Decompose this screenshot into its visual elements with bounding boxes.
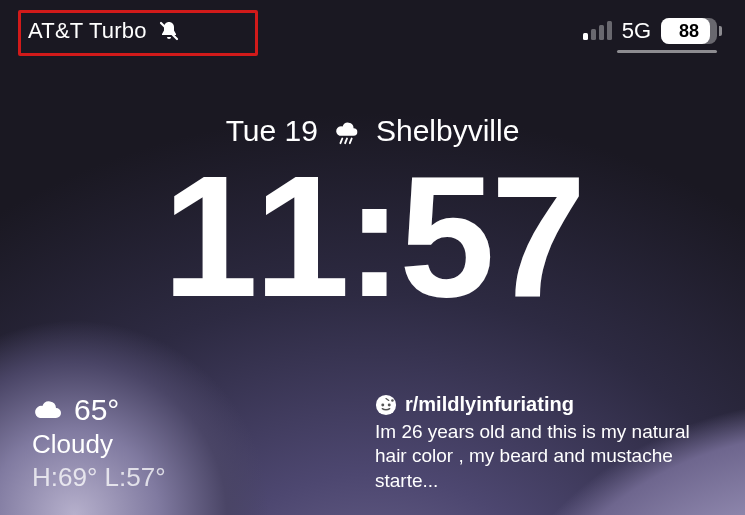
battery-indicator: 88: [661, 18, 717, 44]
notification-widget[interactable]: r/mildlyinfuriating Im 26 years old and …: [375, 393, 705, 493]
weather-widget[interactable]: 65° Cloudy H:69° L:57°: [32, 393, 166, 493]
silent-bell-icon: [157, 19, 181, 43]
network-type: 5G: [622, 18, 651, 44]
battery-percent: 88: [661, 21, 717, 42]
svg-point-6: [388, 403, 391, 406]
svg-point-7: [391, 399, 394, 402]
reddit-icon: [375, 394, 397, 416]
signal-strength-icon: [583, 22, 612, 40]
status-left: AT&T Turbo: [28, 18, 181, 44]
lock-screen: AT&T Turbo 5G 88: [0, 0, 745, 515]
notification-body: Im 26 years old and this is my natural h…: [375, 420, 705, 493]
notification-title: r/mildlyinfuriating: [405, 393, 574, 416]
svg-point-4: [376, 394, 396, 414]
weather-condition: Cloudy: [32, 429, 166, 460]
cloud-icon: [32, 398, 64, 422]
weather-hi-lo: H:69° L:57°: [32, 462, 166, 493]
status-right: 5G 88: [583, 18, 717, 53]
status-bar: AT&T Turbo 5G 88: [0, 0, 745, 56]
weather-temp: 65°: [74, 393, 119, 427]
widgets-row: 65° Cloudy H:69° L:57° r/mildlyinfuri: [32, 393, 705, 493]
status-underline: [617, 50, 717, 53]
carrier-label: AT&T Turbo: [28, 18, 147, 44]
status-icons: 5G 88: [583, 18, 717, 44]
clock-time[interactable]: 11:57: [0, 150, 745, 322]
svg-point-5: [381, 403, 384, 406]
